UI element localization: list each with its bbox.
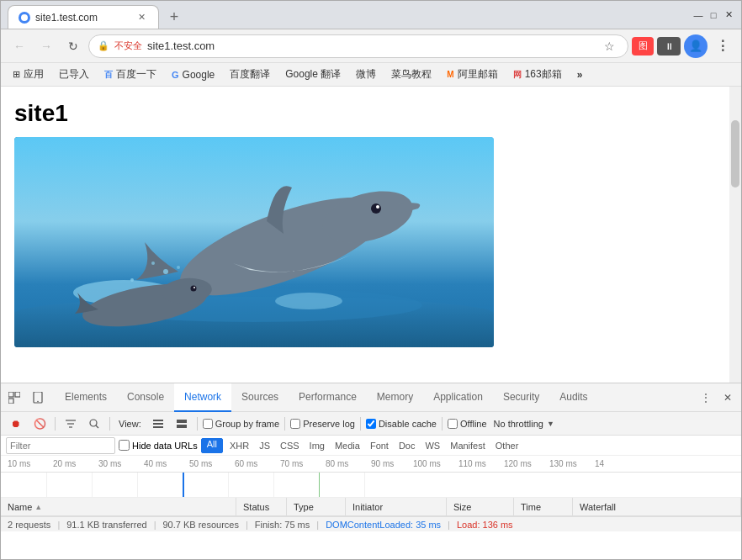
load-time: Load: 136 ms [457,520,513,530]
filter-icon[interactable] [61,414,81,434]
resources-size: 90.7 KB resources [162,520,239,530]
profile-button[interactable]: 👤 [684,34,708,58]
bookmark-more[interactable]: » [570,66,590,84]
devtools-tab-performance[interactable]: Performance [289,383,367,412]
devtools-inspect-button[interactable] [4,388,24,408]
minimize-button[interactable]: — [692,9,704,21]
close-button[interactable]: ✕ [723,9,734,21]
filter-font[interactable]: Font [367,441,392,451]
page-scrollbar-thumb[interactable] [731,120,739,188]
filter-img[interactable]: Img [306,441,328,451]
th-waterfall[interactable]: Waterfall [573,498,741,515]
filter-ws[interactable]: WS [421,441,443,451]
devtools-tab-application[interactable]: Application [423,383,493,412]
devtools-tab-network[interactable]: Network [174,383,231,412]
filter-media[interactable]: Media [331,441,363,451]
th-name[interactable]: Name ▲ [1,498,236,515]
svg-rect-29 [177,420,187,423]
tab-label: Network [184,391,221,403]
bookmark-google[interactable]: G Google [165,66,221,84]
bookmark-weibo[interactable]: 微博 [349,66,383,84]
bookmark-163-mail[interactable]: 网 163邮箱 [506,66,569,84]
group-by-frame-checkbox[interactable]: Group by frame [203,419,279,429]
bookmark-ali-mail[interactable]: M 阿里邮箱 [440,66,504,84]
page-scrollbar[interactable] [729,87,741,383]
page-dolphin-image [14,137,494,347]
bookmarks-bar: ⊞ 应用 已导入 百 百度一下 G Google 百度翻译 Google 翻译 … [1,63,741,87]
view-label: View: [115,415,145,432]
extension-btn-1[interactable]: 图 [632,37,654,55]
devtools-close-button[interactable]: ✕ [718,388,738,408]
devtools-tab-security[interactable]: Security [493,383,549,412]
search-button[interactable] [84,414,104,434]
svg-rect-17 [15,392,20,397]
svg-point-12 [163,269,168,274]
clear-button[interactable]: 🚫 [29,414,50,434]
filter-input[interactable] [6,437,115,454]
devtools-tab-sources[interactable]: Sources [231,383,289,412]
browser-tab-active[interactable]: site1.test.com ✕ [8,5,159,29]
throttle-chevron[interactable]: ▼ [547,420,554,428]
th-time[interactable]: Time [514,498,573,515]
filter-manifest[interactable]: Manifest [447,441,489,451]
view-large-button[interactable] [172,414,192,434]
th-status[interactable]: Status [236,498,287,515]
bookmark-star-button[interactable]: ☆ [599,36,619,56]
filter-other[interactable]: Other [492,441,522,451]
devtools-tab-console[interactable]: Console [117,383,174,412]
bookmark-baidu-translate[interactable]: 百度翻译 [223,66,277,84]
new-tab-button[interactable]: + [162,5,186,29]
bookmark-baidu[interactable]: 百 百度一下 [98,66,163,84]
svg-rect-28 [153,426,163,428]
filter-js[interactable]: JS [256,441,273,451]
tab-label: Console [127,391,164,403]
separator-3 [197,417,198,431]
more-menu-button[interactable]: ⋮ [711,34,734,58]
bookmark-apps[interactable]: ⊞ 应用 [6,66,50,84]
record-button[interactable]: ⏺ [6,414,26,434]
filter-doc[interactable]: Doc [395,441,419,451]
apps-icon: ⊞ [13,69,20,80]
tab-label: Elements [65,391,107,403]
devtools-device-button[interactable] [28,388,48,408]
filter-xhr[interactable]: XHR [226,441,252,451]
address-bar[interactable]: 🔒 不安全 site1.test.com ☆ [88,34,628,58]
offline-checkbox[interactable]: Offline [448,419,487,429]
group-by-frame-label: Group by frame [215,419,279,429]
refresh-button[interactable]: ↻ [61,34,85,58]
mail163-icon: 网 [513,69,522,81]
bookmark-runoob[interactable]: 菜鸟教程 [384,66,438,84]
devtools-more-button[interactable]: ⋮ [696,388,716,408]
svg-point-14 [177,266,180,269]
bookmark-imported[interactable]: 已导入 [52,66,96,84]
devtools-tab-audits[interactable]: Audits [549,383,597,412]
filter-css[interactable]: CSS [277,441,303,451]
filter-all-button[interactable]: All [201,438,223,453]
separator-4 [284,417,285,431]
th-initiator[interactable]: Initiator [346,498,447,515]
address-text[interactable]: site1.test.com [147,40,594,52]
content-area: site1 [1,87,741,559]
forward-button[interactable]: → [34,34,58,58]
tab-label: Sources [241,391,278,403]
throttle-select[interactable]: No throttling [494,419,543,429]
page-title: site1 [14,100,728,127]
timeline-cursor [183,473,184,498]
transferred-size: 91.1 KB transferred [66,520,146,530]
devtools-tab-memory[interactable]: Memory [367,383,423,412]
back-button[interactable]: ← [8,34,31,58]
tab-close-button[interactable]: ✕ [135,11,148,24]
maximize-button[interactable]: □ [708,9,719,21]
th-size[interactable]: Size [447,498,514,515]
timeline-area: 10 ms 20 ms 30 ms 40 ms 50 ms 60 ms 70 m… [1,456,741,498]
devtools-tab-elements[interactable]: Elements [55,383,117,412]
preserve-log-checkbox[interactable]: Preserve log [290,419,355,429]
th-type[interactable]: Type [287,498,346,515]
bookmark-google-translate[interactable]: Google 翻译 [278,66,347,84]
disable-cache-checkbox[interactable]: Disable cache [366,419,437,429]
svg-rect-26 [153,420,163,421]
hide-data-urls-checkbox[interactable]: Hide data URLs [119,440,198,451]
view-list-button[interactable] [148,414,168,434]
pause-button[interactable]: ⏸ [657,37,681,55]
devtools-tabs: Elements Console Network Sources Perform… [1,383,741,412]
